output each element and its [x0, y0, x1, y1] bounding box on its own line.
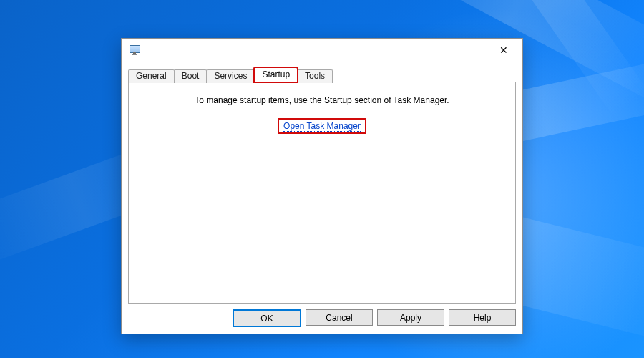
- dialog-buttons: OK Cancel Apply Help: [128, 304, 516, 327]
- msconfig-icon: [129, 44, 140, 56]
- ok-button[interactable]: OK: [233, 309, 301, 327]
- client-area: General Boot Services Startup Tools To m…: [122, 62, 522, 334]
- close-button[interactable]: ✕: [488, 40, 519, 60]
- apply-button[interactable]: Apply: [377, 309, 444, 326]
- app-icon: [127, 43, 142, 57]
- tab-tools[interactable]: Tools: [297, 69, 333, 83]
- tab-startup[interactable]: Startup: [254, 67, 298, 82]
- open-task-manager-link[interactable]: Open Task Manager: [283, 121, 361, 132]
- startup-info-text: To manage startup items, use the Startup…: [129, 95, 515, 105]
- desktop-background: ✕ General Boot Services Startup Tools To…: [0, 0, 644, 358]
- tab-body-startup: To manage startup items, use the Startup…: [128, 82, 516, 304]
- tab-general[interactable]: General: [128, 69, 175, 83]
- link-highlight-box: Open Task Manager: [278, 118, 366, 134]
- close-icon: ✕: [499, 45, 508, 55]
- tab-services[interactable]: Services: [206, 69, 255, 83]
- help-button[interactable]: Help: [449, 309, 516, 326]
- msconfig-window: ✕ General Boot Services Startup Tools To…: [121, 38, 523, 334]
- cancel-button[interactable]: Cancel: [306, 309, 373, 326]
- tab-strip: General Boot Services Startup Tools: [128, 67, 516, 82]
- tab-boot[interactable]: Boot: [174, 69, 208, 83]
- title-bar[interactable]: ✕: [122, 39, 522, 62]
